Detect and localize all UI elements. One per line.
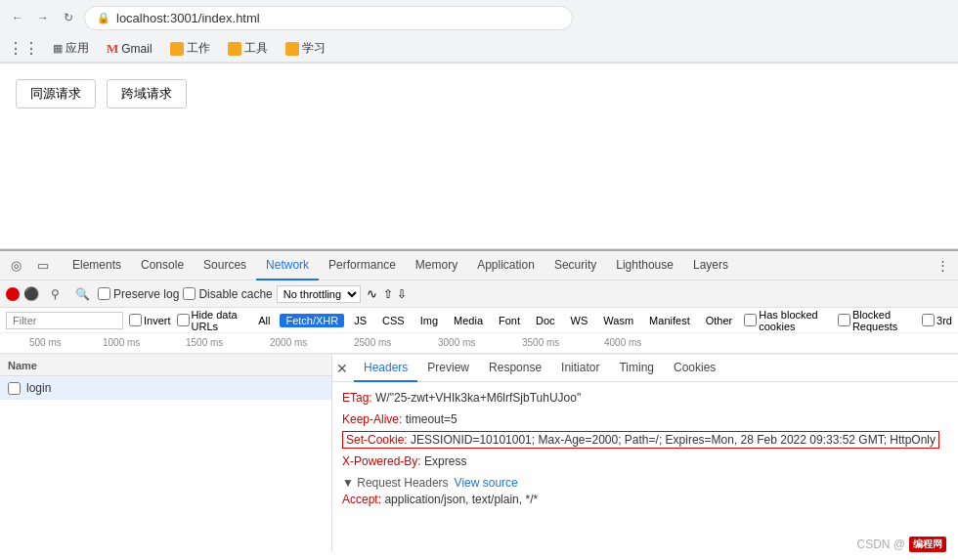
tab-sources[interactable]: Sources — [194, 251, 256, 280]
view-source-link[interactable]: View source — [455, 476, 518, 490]
has-blocked-cookies-checkbox[interactable]: Has blocked cookies — [744, 309, 832, 332]
filter-type-other[interactable]: Other — [700, 314, 739, 327]
header-keepalive: Keep-Alive: timeout=5 — [342, 409, 948, 431]
header-setcookie: Set-Cookie: JESSIONID=10101001; Max-Age=… — [342, 430, 948, 452]
tab-memory[interactable]: Memory — [406, 251, 467, 280]
apps-grid-icon[interactable]: ⋮⋮ — [8, 39, 39, 58]
timeline-line — [0, 353, 958, 354]
devtools-tabs: ◎ ▭ Elements Console Sources Network Per… — [0, 251, 958, 280]
record-button[interactable] — [6, 287, 20, 301]
filter-type-ws[interactable]: WS — [565, 314, 594, 327]
bookmark-study[interactable]: 学习 — [282, 38, 329, 59]
folder-tools-icon — [228, 42, 241, 56]
filter-type-font[interactable]: Font — [493, 314, 526, 327]
tab-lighthouse[interactable]: Lighthouse — [606, 251, 683, 280]
request-login-checkbox[interactable] — [8, 382, 21, 395]
request-list: Name login — [0, 355, 332, 552]
tools-label: 工具 — [244, 40, 268, 57]
details-tab-timing[interactable]: Timing — [609, 355, 664, 382]
filter-type-wasm[interactable]: Wasm — [597, 314, 639, 327]
page-content: 同源请求 跨域请求 — [0, 64, 958, 249]
forward-button[interactable]: → — [33, 8, 53, 27]
apps-label: 应用 — [65, 40, 89, 57]
disable-cache-checkbox[interactable]: Disable cache — [183, 287, 272, 301]
device-toolbar-icon[interactable]: ▭ — [31, 254, 55, 278]
header-xpoweredby: X-Powered-By: Express — [342, 452, 948, 473]
timeline-bar: 500 ms 1000 ms 1500 ms 2000 ms 2500 ms 3… — [0, 333, 958, 355]
gmail-label: Gmail — [121, 42, 152, 56]
request-login-name: login — [26, 381, 51, 395]
request-list-header: Name — [0, 355, 331, 376]
clear-button[interactable]: ⚫ — [23, 286, 39, 302]
details-tab-cookies[interactable]: Cookies — [664, 355, 725, 382]
bookmark-tools[interactable]: 工具 — [224, 38, 272, 59]
request-item-login[interactable]: login — [0, 376, 331, 400]
devtools-panel: ◎ ▭ Elements Console Sources Network Per… — [0, 249, 958, 552]
filter-type-manifest[interactable]: Manifest — [643, 314, 696, 327]
3rd-checkbox[interactable]: 3rd — [922, 314, 952, 326]
filter-bar: Invert Hide data URLs All Fetch/XHR JS C… — [0, 308, 958, 333]
filter-type-js[interactable]: JS — [348, 314, 372, 327]
filter-icon[interactable]: ⚲ — [43, 282, 66, 306]
same-origin-button[interactable]: 同源请求 — [16, 79, 96, 108]
settings-icon[interactable]: ⋮ — [931, 254, 954, 278]
reload-button[interactable]: ↻ — [59, 8, 78, 27]
tab-layers[interactable]: Layers — [683, 251, 738, 280]
study-label: 学习 — [302, 40, 326, 57]
work-label: 工作 — [187, 40, 210, 57]
filter-type-css[interactable]: CSS — [376, 314, 411, 327]
lock-icon: 🔒 — [97, 12, 110, 24]
tab-elements[interactable]: Elements — [63, 251, 131, 280]
details-close-button[interactable]: ✕ — [336, 361, 348, 376]
request-headers-toggle[interactable]: ▼ Request Headers — [342, 476, 449, 490]
request-headers-section: ▼ Request Headers View source — [342, 476, 948, 490]
details-tabs: ✕ Headers Preview Response Initiator Tim… — [332, 355, 958, 382]
preserve-log-checkbox[interactable]: Preserve log — [98, 287, 179, 301]
tick-1000: 1000 ms — [103, 337, 140, 348]
set-cookie-highlighted: Set-Cookie: JESSIONID=10101001; Max-Age=… — [342, 431, 939, 449]
devtools-icons: ◎ ▭ — [4, 254, 55, 278]
tick-3000: 3000 ms — [438, 337, 475, 348]
watermark: CSDN @ 编程网 — [856, 537, 946, 552]
bookmark-apps[interactable]: ▦ 应用 — [49, 38, 93, 59]
address-bar[interactable]: 🔒 localhost:3001/index.html — [84, 6, 573, 30]
tab-security[interactable]: Security — [544, 251, 606, 280]
details-tab-response[interactable]: Response — [479, 355, 551, 382]
tab-application[interactable]: Application — [467, 251, 544, 280]
details-tab-preview[interactable]: Preview — [417, 355, 479, 382]
tick-2500: 2500 ms — [354, 337, 391, 348]
upload-icon[interactable]: ⇧ — [383, 287, 393, 301]
apps-icon: ▦ — [53, 42, 63, 55]
details-tab-headers[interactable]: Headers — [354, 355, 417, 382]
tab-console[interactable]: Console — [131, 251, 194, 280]
bookmark-work[interactable]: 工作 — [166, 38, 214, 59]
tab-network[interactable]: Network — [256, 251, 319, 280]
url-text: localhost:3001/index.html — [116, 11, 260, 25]
wifi-icon[interactable]: ∿ — [367, 286, 377, 301]
filter-type-list: All Fetch/XHR JS CSS Img Media Font Doc … — [252, 314, 738, 327]
tick-500: 500 ms — [29, 337, 62, 348]
back-button[interactable]: ← — [8, 8, 27, 27]
throttle-select[interactable]: No throttling Fast 3G Slow 3G — [277, 285, 361, 303]
details-panel: ✕ Headers Preview Response Initiator Tim… — [332, 355, 958, 552]
blocked-requests-checkbox[interactable]: Blocked Requests — [838, 309, 916, 332]
filter-type-img[interactable]: Img — [414, 314, 444, 327]
filter-type-all[interactable]: All — [252, 314, 276, 327]
filter-input[interactable] — [6, 312, 123, 329]
name-column-header: Name — [8, 360, 37, 371]
watermark-text: CSDN @ — [856, 538, 905, 551]
watermark-logo: 编程网 — [909, 537, 946, 552]
download-icon[interactable]: ⇩ — [397, 287, 407, 301]
filter-type-media[interactable]: Media — [448, 314, 489, 327]
hide-data-urls-checkbox[interactable]: Hide data URLs — [177, 309, 247, 332]
search-icon[interactable]: 🔍 — [70, 282, 94, 306]
invert-checkbox[interactable]: Invert — [129, 314, 171, 326]
details-tab-initiator[interactable]: Initiator — [551, 355, 609, 382]
filter-type-doc[interactable]: Doc — [530, 314, 561, 327]
tab-performance[interactable]: Performance — [319, 251, 406, 280]
cross-origin-button[interactable]: 跨域请求 — [107, 79, 187, 108]
browser-toolbar: ← → ↻ 🔒 localhost:3001/index.html — [0, 0, 958, 35]
bookmark-gmail[interactable]: M Gmail — [103, 39, 156, 59]
inspect-icon[interactable]: ◎ — [4, 254, 27, 278]
filter-type-fetch-xhr[interactable]: Fetch/XHR — [280, 314, 344, 327]
